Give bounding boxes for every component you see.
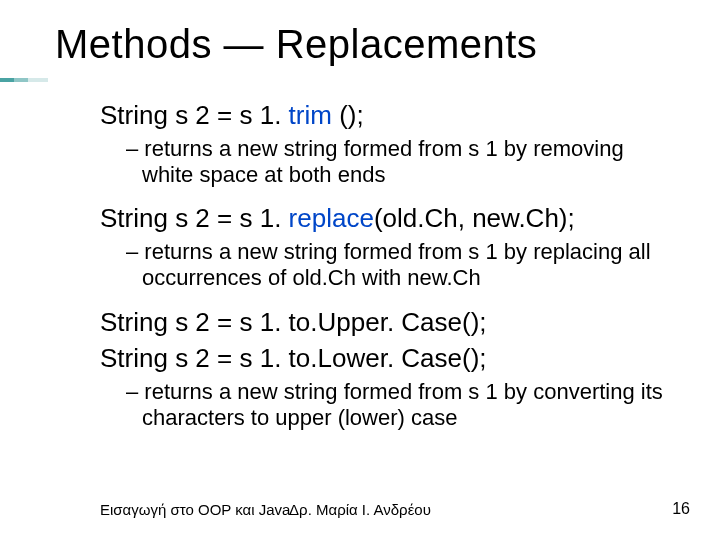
- accent-seg: [28, 78, 48, 82]
- code-prefix: String s 2 = s 1.: [100, 203, 289, 233]
- code-line-lower: String s 2 = s 1. to.Lower. Case();: [100, 342, 670, 375]
- code-call: replace: [289, 203, 374, 233]
- slide: Methods — Replacements String s 2 = s 1.…: [0, 0, 720, 540]
- accent-seg: [14, 78, 28, 82]
- code-line-replace: String s 2 = s 1. replace(old.Ch, new.Ch…: [100, 202, 670, 235]
- accent-seg: [0, 78, 14, 82]
- footer-center: Δρ. Μαρία Ι. Ανδρέου: [0, 501, 720, 518]
- desc-trim: returns a new string formed from s 1 by …: [126, 136, 670, 189]
- code-line-trim: String s 2 = s 1. trim ();: [100, 99, 670, 132]
- desc-replace: returns a new string formed from s 1 by …: [126, 239, 670, 292]
- code-suffix: ();: [332, 100, 364, 130]
- slide-title: Methods — Replacements: [55, 22, 537, 67]
- code-line-upper: String s 2 = s 1. to.Upper. Case();: [100, 306, 670, 339]
- desc-case: returns a new string formed from s 1 by …: [126, 379, 670, 432]
- code-prefix: String s 2 = s 1.: [100, 100, 289, 130]
- footer-page-number: 16: [672, 500, 690, 518]
- accent-line: [0, 78, 48, 82]
- block-replace: String s 2 = s 1. replace(old.Ch, new.Ch…: [100, 202, 670, 291]
- code-call: trim: [289, 100, 332, 130]
- code-suffix: (old.Ch, new.Ch);: [374, 203, 575, 233]
- block-case: String s 2 = s 1. to.Upper. Case(); Stri…: [100, 306, 670, 432]
- slide-body: String s 2 = s 1. trim (); returns a new…: [100, 95, 670, 445]
